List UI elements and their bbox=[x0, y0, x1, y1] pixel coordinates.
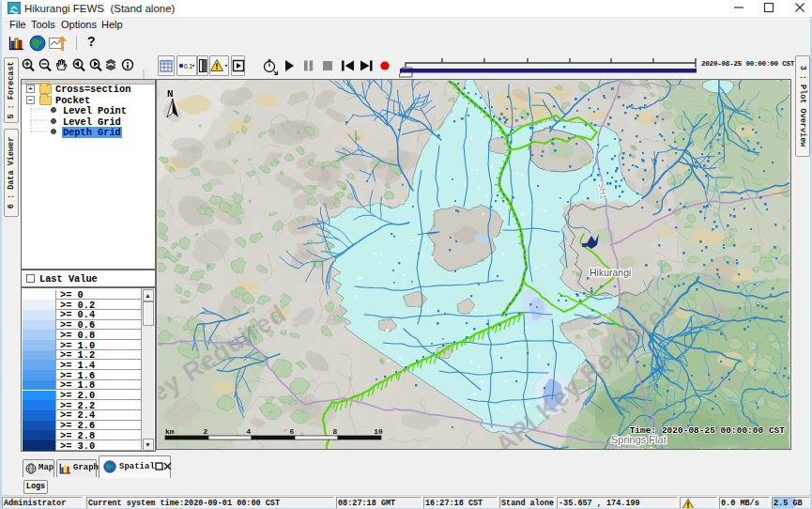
svg-text:8: 8 bbox=[333, 427, 338, 436]
svg-text:Time: 2020-08-25 00:00:00 CST: Time: 2020-08-25 00:00:00 CST bbox=[630, 425, 786, 436]
svg-text:km: km bbox=[165, 427, 175, 436]
svg-text:6: 6 bbox=[290, 427, 295, 436]
svg-text:2: 2 bbox=[204, 427, 208, 436]
svg-text:0.1: 0.1 bbox=[184, 63, 192, 69]
svg-text:4: 4 bbox=[247, 427, 252, 436]
svg-text:SH1: SH1 bbox=[597, 182, 608, 199]
svg-text:10: 10 bbox=[374, 427, 383, 436]
svg-text:N: N bbox=[167, 88, 174, 100]
svg-text:Hikurangi: Hikurangi bbox=[590, 267, 631, 278]
